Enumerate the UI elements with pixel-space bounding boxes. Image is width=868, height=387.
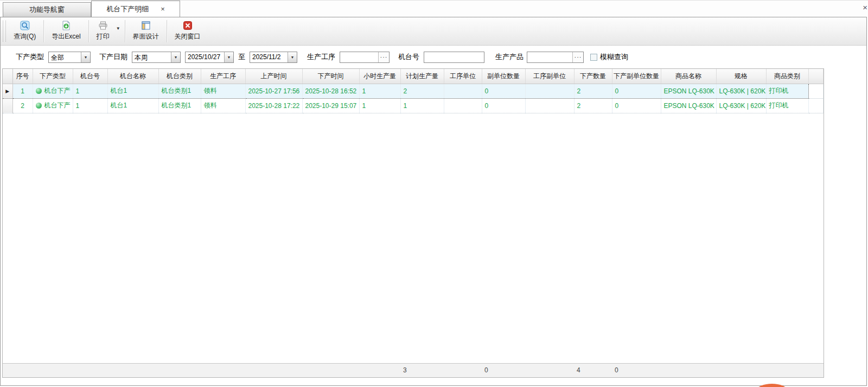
cell-filler bbox=[808, 84, 824, 98]
col-header-machine-name[interactable]: 机台名称 bbox=[107, 69, 158, 84]
tab-machine-output-detail[interactable]: 机台下产明细 × bbox=[91, 1, 180, 17]
tab-label: 功能导航窗 bbox=[29, 5, 65, 15]
col-header-seq[interactable]: 序号 bbox=[12, 69, 33, 84]
window-close-icon[interactable]: × bbox=[863, 3, 867, 12]
col-header-machine-no[interactable]: 机台号 bbox=[73, 69, 107, 84]
fuzzy-search-label: 模糊查询 bbox=[600, 52, 628, 62]
col-header-output-type[interactable]: 下产类型 bbox=[33, 69, 73, 84]
cell-process-unit bbox=[444, 98, 482, 113]
query-button[interactable]: 查询(Q) bbox=[7, 17, 42, 45]
ellipsis-lookup-icon[interactable]: ··· bbox=[572, 52, 583, 62]
cell-machine-name: 机台1 bbox=[107, 84, 158, 98]
cell-spec: LQ-630K | 620K bbox=[716, 84, 766, 98]
date-preset-combobox[interactable]: 本周 ▼ bbox=[132, 52, 181, 63]
export-excel-button[interactable]: 导出Excel bbox=[45, 17, 87, 45]
chevron-down-icon[interactable]: ▼ bbox=[288, 52, 297, 62]
summary-output-qty: 4 bbox=[574, 363, 612, 377]
date-to-value: 2025/11/2 bbox=[250, 52, 288, 62]
product-label: 生产产品 bbox=[495, 52, 524, 62]
cell-product-name: EPSON LQ-630K bbox=[661, 98, 716, 113]
toolbar-separator bbox=[88, 20, 89, 42]
col-header-process[interactable]: 生产工序 bbox=[201, 69, 245, 84]
ui-design-button-label: 界面设计 bbox=[133, 32, 159, 41]
cell-seq: 1 bbox=[12, 84, 33, 98]
process-input[interactable] bbox=[340, 52, 378, 62]
ui-design-icon bbox=[141, 21, 151, 30]
printer-icon bbox=[98, 21, 108, 30]
summary-output-sub-qty: 0 bbox=[612, 363, 661, 377]
machine-no-input[interactable] bbox=[424, 52, 484, 63]
col-header-filler bbox=[808, 69, 824, 84]
cell-start-time: 2025-10-27 17:56 bbox=[245, 84, 302, 98]
col-header-start-time[interactable]: 上产时间 bbox=[245, 69, 302, 84]
product-field[interactable]: ··· bbox=[527, 52, 584, 63]
col-header-sub-unit-qty[interactable]: 副单位数量 bbox=[482, 69, 525, 84]
output-type-value: 全部 bbox=[49, 52, 81, 62]
cell-process: 领料 bbox=[201, 84, 245, 98]
close-window-button[interactable]: 关闭窗口 bbox=[168, 17, 207, 45]
cell-sub-unit-qty: 0 bbox=[482, 98, 525, 113]
col-header-planned-qty[interactable]: 计划生产量 bbox=[400, 69, 444, 84]
summary-sub-unit-qty: 0 bbox=[482, 363, 525, 377]
grid-empty-area bbox=[3, 113, 824, 363]
cell-process: 领料 bbox=[201, 98, 245, 113]
row-indicator-header bbox=[3, 69, 12, 84]
col-header-machine-cat[interactable]: 机台类别 bbox=[158, 69, 201, 84]
data-grid: 序号 下产类型 机台号 机台名称 机台类别 生产工序 上产时间 下产时间 小时生… bbox=[2, 68, 824, 378]
chevron-down-icon[interactable]: ▼ bbox=[171, 52, 180, 62]
col-header-hourly-qty[interactable]: 小时生产量 bbox=[359, 69, 400, 84]
col-header-category[interactable]: 商品类别 bbox=[766, 69, 808, 84]
col-header-process-sub-unit[interactable]: 工序副单位 bbox=[525, 69, 574, 84]
cell-process-unit bbox=[444, 84, 482, 98]
date-from-picker[interactable]: 2025/10/27 ▼ bbox=[185, 52, 234, 63]
cell-output-type: 机台下产 bbox=[33, 98, 73, 113]
status-dot-icon bbox=[36, 103, 42, 109]
excel-export-icon bbox=[61, 21, 71, 30]
cell-output-qty: 2 bbox=[574, 98, 612, 113]
tab-label: 机台下产明细 bbox=[106, 4, 149, 14]
col-header-spec[interactable]: 规格 bbox=[716, 69, 766, 84]
cell-machine-cat: 机台类别1 bbox=[158, 84, 201, 98]
cell-planned-qty: 1 bbox=[400, 98, 444, 113]
col-header-end-time[interactable]: 下产时间 bbox=[302, 69, 359, 84]
output-type-label: 下产类型 bbox=[16, 52, 44, 62]
grid-summary-footer: 3 0 4 0 bbox=[3, 363, 824, 378]
tab-function-nav[interactable]: 功能导航窗 bbox=[3, 2, 91, 17]
tab-close-icon[interactable]: × bbox=[161, 5, 165, 13]
query-button-label: 查询(Q) bbox=[14, 32, 36, 41]
summary-row: 3 0 4 0 bbox=[3, 363, 824, 377]
table-row[interactable]: 2 机台下产 1 机台1 机台类别1 领料 2025-10-28 17:22 2… bbox=[3, 98, 824, 113]
print-dropdown-arrow[interactable]: ▼ bbox=[116, 17, 124, 45]
output-date-label: 下产日期 bbox=[99, 52, 127, 62]
output-type-combobox[interactable]: 全部 ▼ bbox=[48, 52, 91, 63]
export-excel-button-label: 导出Excel bbox=[52, 32, 80, 41]
process-field[interactable]: ··· bbox=[340, 52, 390, 63]
ellipsis-lookup-icon[interactable]: ··· bbox=[378, 52, 389, 62]
toolbar-grip bbox=[3, 21, 6, 42]
cell-output-type: 机台下产 bbox=[33, 84, 73, 98]
date-preset-value: 本周 bbox=[132, 52, 171, 62]
col-header-output-sub-qty[interactable]: 下产副单位数量 bbox=[612, 69, 661, 84]
col-header-product-name[interactable]: 商品名称 bbox=[661, 69, 716, 84]
fuzzy-search-checkbox[interactable] bbox=[590, 54, 597, 61]
col-header-output-qty[interactable]: 下产数量 bbox=[574, 69, 612, 84]
cell-hourly-qty: 1 bbox=[359, 98, 400, 113]
date-to-label: 至 bbox=[238, 52, 245, 62]
col-header-process-unit[interactable]: 工序单位 bbox=[444, 69, 482, 84]
toolbar-separator bbox=[167, 20, 167, 42]
cell-product-name: EPSON LQ-630K bbox=[661, 84, 716, 98]
search-icon bbox=[20, 21, 30, 30]
chevron-down-icon[interactable]: ▼ bbox=[81, 52, 90, 62]
cell-end-time: 2025-10-28 16:52 bbox=[302, 84, 359, 98]
product-input[interactable] bbox=[527, 52, 572, 62]
cell-output-sub-qty: 0 bbox=[612, 98, 661, 113]
print-button[interactable]: 打印 bbox=[90, 17, 116, 45]
table-row[interactable]: ▶ 1 机台下产 1 机台1 机台类别1 领料 2025-10-27 17:56… bbox=[3, 84, 824, 98]
cell-output-sub-qty: 0 bbox=[612, 84, 661, 98]
close-window-button-label: 关闭窗口 bbox=[175, 32, 201, 41]
date-to-picker[interactable]: 2025/11/2 ▼ bbox=[250, 52, 297, 63]
cell-sub-unit-qty: 0 bbox=[482, 84, 525, 98]
toolbar-separator bbox=[125, 20, 125, 42]
chevron-down-icon[interactable]: ▼ bbox=[224, 52, 233, 62]
ui-design-button[interactable]: 界面设计 bbox=[126, 17, 165, 45]
